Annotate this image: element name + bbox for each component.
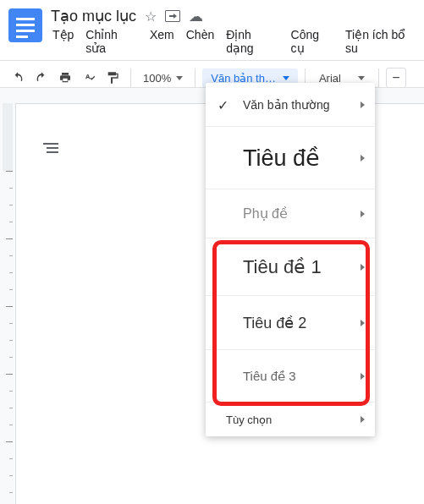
style-option-label: Tiêu đề 2 <box>243 314 306 332</box>
separator <box>130 68 131 87</box>
chevron-right-icon <box>361 373 365 380</box>
chevron-right-icon <box>361 320 365 326</box>
menu-tools[interactable]: Công cụ <box>291 28 333 55</box>
move-icon[interactable] <box>165 10 180 22</box>
check-icon: ✓ <box>218 96 229 112</box>
print-button[interactable] <box>54 66 76 90</box>
separator <box>195 68 195 87</box>
style-option-options[interactable]: Tùy chọn <box>206 403 375 436</box>
outline-icon[interactable] <box>43 143 58 155</box>
style-option-label: Tiêu đề 1 <box>243 256 322 278</box>
menu-insert[interactable]: Chèn <box>186 28 214 55</box>
styles-dropdown-menu: ✓ Văn bản thường Tiêu đề Phụ đề Tiêu đề … <box>206 83 375 436</box>
style-option-label: Tùy chọn <box>226 414 272 426</box>
style-option-heading-3[interactable]: Tiêu đề 3 <box>206 350 375 403</box>
decrease-font-size-button[interactable]: − <box>386 68 406 88</box>
menu-extensions[interactable]: Tiện ích bổ su <box>345 28 417 55</box>
separator <box>378 68 379 87</box>
style-option-title[interactable]: Tiêu đề <box>206 127 375 189</box>
redo-button[interactable] <box>30 66 52 90</box>
paint-format-button[interactable] <box>102 66 124 90</box>
zoom-dropdown[interactable]: 100% <box>138 72 188 85</box>
star-icon[interactable]: ☆ <box>145 8 157 25</box>
chevron-right-icon <box>361 211 365 217</box>
chevron-right-icon <box>361 101 365 108</box>
menu-view[interactable]: Xem <box>150 28 174 55</box>
style-option-label: Văn bản thường <box>243 98 330 112</box>
style-option-label: Tiêu đề 3 <box>243 369 296 384</box>
menu-bar: Tệp Chỉnh sửa Xem Chèn Định dạng Công cụ… <box>47 28 417 60</box>
style-option-label: Phụ đề <box>243 205 288 222</box>
menu-file[interactable]: Tệp <box>52 28 74 55</box>
undo-button[interactable] <box>7 66 29 90</box>
chevron-right-icon <box>361 264 365 271</box>
title-row: Tạo mục lục ☆ ☁ <box>47 5 417 28</box>
spellcheck-button[interactable] <box>78 66 100 90</box>
style-option-heading-1[interactable]: Tiêu đề 1 <box>206 238 375 296</box>
chevron-down-icon <box>283 76 289 80</box>
chevron-down-icon <box>176 76 183 80</box>
docs-app-icon[interactable] <box>8 8 42 42</box>
style-option-subtitle[interactable]: Phụ đề <box>206 189 375 238</box>
chevron-down-icon <box>358 76 365 80</box>
chevron-right-icon <box>361 416 365 423</box>
cloud-status-icon[interactable]: ☁ <box>189 8 203 25</box>
style-option-heading-2[interactable]: Tiêu đề 2 <box>206 296 375 350</box>
style-option-normal-text[interactable]: ✓ Văn bản thường <box>206 83 375 127</box>
menu-edit[interactable]: Chỉnh sửa <box>85 28 138 55</box>
menu-format[interactable]: Định dạng <box>226 28 278 55</box>
vertical-ruler <box>3 103 13 504</box>
style-option-label: Tiêu đề <box>243 145 320 172</box>
header: Tạo mục lục ☆ ☁ Tệp Chỉnh sửa Xem Chèn Đ… <box>0 0 424 60</box>
chevron-right-icon <box>361 155 365 162</box>
zoom-value: 100% <box>143 72 171 85</box>
document-title[interactable]: Tạo mục lục <box>51 7 136 25</box>
